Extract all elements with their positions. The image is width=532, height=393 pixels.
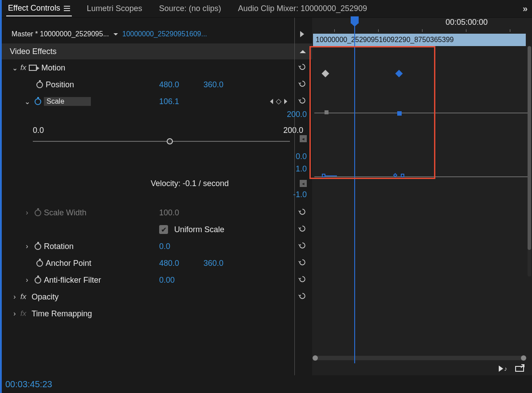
- chevron-down-icon[interactable]: [113, 33, 118, 35]
- svg-rect-0: [516, 366, 524, 371]
- reset-icon[interactable]: [298, 62, 307, 71]
- scale-width-value: 100.0: [159, 208, 179, 218]
- graph-keyframe-selected-icon[interactable]: [397, 111, 402, 116]
- horizontal-scrollbar[interactable]: [313, 356, 526, 360]
- mini-timeline: 00:05:00:00 10000000_252909516092290_875…: [312, 18, 532, 375]
- fx-icon[interactable]: fx: [20, 292, 26, 301]
- tab-label: Effect Controls: [8, 4, 60, 13]
- tab-lumetri-scopes[interactable]: Lumetri Scopes: [85, 1, 144, 16]
- velocity-label: Velocity: -0.1 / second: [151, 179, 229, 188]
- scale-width-row: › Scale Width 100.0: [2, 204, 312, 221]
- master-clip-label[interactable]: Master * 10000000_2529095...: [12, 30, 109, 38]
- reset-icon[interactable]: [298, 96, 307, 105]
- clip-bar[interactable]: 10000000_252909516092290_8750365399: [313, 34, 526, 46]
- timeline-footer-icons: ♪: [499, 364, 525, 374]
- fx-disabled-icon[interactable]: fx: [20, 309, 26, 318]
- twisty-open-icon[interactable]: ⌄: [12, 64, 18, 72]
- velocity-graph[interactable]: [312, 159, 532, 194]
- uniform-scale-checkbox[interactable]: ✔: [159, 225, 168, 234]
- keyframe-diamond-icon[interactable]: [322, 70, 329, 78]
- scale-value[interactable]: 106.1: [159, 97, 179, 106]
- reset-icon[interactable]: [298, 207, 307, 216]
- reset-icon[interactable]: [298, 79, 307, 88]
- scale-label[interactable]: Scale: [44, 97, 91, 106]
- vertical-scrollbar[interactable]: [528, 46, 531, 276]
- next-keyframe-icon[interactable]: [284, 99, 287, 104]
- scale-row: ⌄ Scale 106.1: [2, 93, 312, 110]
- slider-thumb[interactable]: [167, 138, 173, 144]
- fx-icon[interactable]: fx: [20, 63, 26, 72]
- bezier-handle-icon[interactable]: [322, 174, 325, 177]
- keyframe-nav: [270, 99, 287, 104]
- reset-icon[interactable]: [298, 275, 307, 284]
- bezier-handle-icon[interactable]: [401, 174, 404, 177]
- opacity-label: Opacity: [31, 292, 59, 302]
- play-icon[interactable]: [300, 31, 304, 37]
- add-keyframe-icon[interactable]: [276, 99, 282, 105]
- scale-keyframe-lane[interactable]: [312, 70, 532, 79]
- reset-icon[interactable]: [298, 292, 307, 300]
- graph-keyframe-icon[interactable]: [325, 110, 329, 114]
- rotation-row: › Rotation 0.0: [2, 238, 312, 255]
- tab-source[interactable]: Source: (no clips): [157, 1, 223, 16]
- reset-icon[interactable]: [298, 224, 307, 233]
- slider-track[interactable]: [33, 137, 290, 146]
- motion-row[interactable]: ⌄ fx Motion: [2, 59, 312, 76]
- slider-max: 200.0: [283, 126, 303, 135]
- rotation-label: Rotation: [44, 242, 74, 251]
- keyframe-diamond-selected-icon[interactable]: [395, 70, 403, 78]
- video-effects-header[interactable]: Video Effects: [2, 43, 312, 59]
- reset-icon[interactable]: [298, 241, 307, 250]
- stopwatch-icon[interactable]: [36, 82, 43, 88]
- scrollbar-cap-icon[interactable]: [521, 355, 526, 361]
- twisty-open-icon[interactable]: ⌄: [24, 97, 30, 106]
- velocity-min: -1.0: [293, 190, 307, 199]
- rotation-value[interactable]: 0.0: [159, 242, 170, 251]
- tab-audio-clip-mixer[interactable]: Audio Clip Mixer: 10000000_252909: [236, 1, 369, 16]
- time-remapping-row[interactable]: › fx Time Remapping: [2, 305, 312, 322]
- scale-slider[interactable]: 0.0 200.0: [2, 122, 312, 146]
- position-label: Position: [46, 80, 74, 89]
- playhead[interactable]: [354, 18, 355, 363]
- stopwatch-active-icon[interactable]: [35, 98, 41, 105]
- current-timecode[interactable]: 00:03:45:23: [5, 379, 52, 389]
- position-row: Position 480.0 360.0: [2, 76, 312, 93]
- stopwatch-icon[interactable]: [35, 277, 41, 284]
- graph-toggle-icon[interactable]: ◂: [300, 180, 307, 187]
- graph-toggle-icon[interactable]: ◂: [300, 135, 307, 142]
- tab-overflow-icon[interactable]: »: [523, 4, 528, 14]
- hamburger-icon[interactable]: [64, 6, 70, 11]
- opacity-row[interactable]: › fx Opacity: [2, 288, 312, 305]
- play-only-audio-icon[interactable]: ♪: [499, 365, 507, 372]
- reset-icon[interactable]: [298, 258, 307, 267]
- velocity-max: 1.0: [296, 164, 307, 174]
- scale-graph-min: 0.0: [296, 152, 307, 161]
- anchor-x-value[interactable]: 480.0: [159, 259, 179, 268]
- sequence-clip-label[interactable]: 10000000_25290951609...: [122, 30, 207, 38]
- stopwatch-disabled-icon: [35, 210, 41, 216]
- stopwatch-icon[interactable]: [35, 243, 41, 250]
- scrollbar-cap-icon[interactable]: [313, 355, 318, 361]
- position-x-value[interactable]: 480.0: [159, 80, 179, 89]
- playhead-cap-icon[interactable]: [351, 16, 359, 23]
- twisty-closed-icon[interactable]: ›: [12, 310, 18, 318]
- anchor-y-value[interactable]: 360.0: [203, 259, 223, 268]
- position-y-value[interactable]: 360.0: [203, 80, 223, 89]
- collapse-icon[interactable]: [300, 50, 306, 53]
- prev-keyframe-icon[interactable]: [270, 99, 273, 104]
- master-clip-row: Master * 10000000_2529095... 10000000_25…: [2, 25, 312, 43]
- twisty-closed-icon[interactable]: ›: [24, 242, 30, 250]
- motion-label: Motion: [41, 63, 65, 73]
- time-remapping-label: Time Remapping: [31, 309, 92, 319]
- stopwatch-icon[interactable]: [36, 260, 43, 267]
- twisty-closed-icon[interactable]: ›: [24, 209, 30, 217]
- tab-effect-controls[interactable]: Effect Controls: [6, 1, 72, 16]
- panel-tabs: Effect Controls Lumetri Scopes Source: (…: [2, 0, 532, 18]
- slider-min: 0.0: [33, 126, 44, 135]
- export-frame-icon[interactable]: [515, 364, 525, 374]
- value-graph[interactable]: [312, 89, 532, 144]
- twisty-closed-icon[interactable]: ›: [24, 276, 30, 284]
- motion-bounds-icon[interactable]: [29, 65, 37, 71]
- twisty-closed-icon[interactable]: ›: [12, 293, 18, 301]
- antiflicker-value[interactable]: 0.00: [159, 276, 175, 285]
